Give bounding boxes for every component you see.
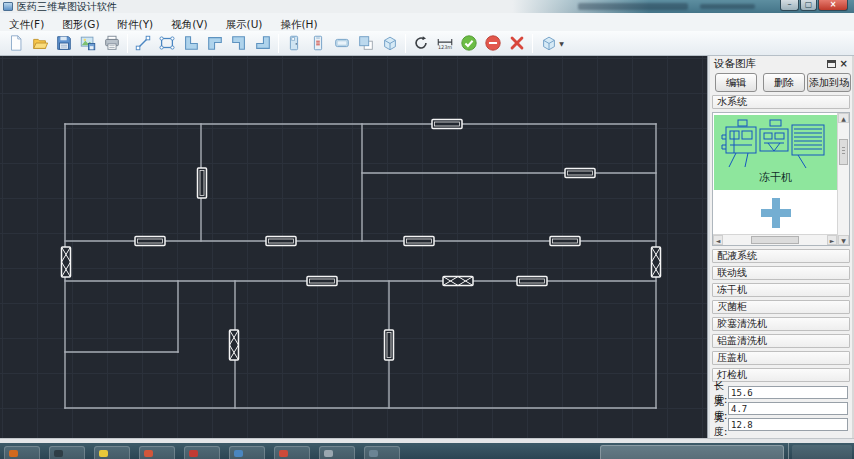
corner-tl-button[interactable] [203,32,227,54]
category-item[interactable]: 冻干机 [712,283,850,297]
door-symbol [517,277,547,286]
toolbar-separator [127,34,128,53]
taskbar-app-button[interactable] [94,446,130,459]
freeze-dryer-thumbnail-drawing [720,117,832,171]
dimension-fields: 长度:宽度:宽度: [714,386,848,434]
line-tool-button[interactable] [131,32,155,54]
category-item-active[interactable]: 水系统 [712,95,850,109]
toolbar-separator [278,34,279,53]
taskbar-app-button[interactable] [364,446,400,459]
width2-label: 宽度: [714,411,728,439]
save-button[interactable] [52,32,76,54]
chevron-down-icon[interactable]: ▼ [559,40,564,47]
export-image-button[interactable] [76,32,100,54]
equipment-thumbnail-selected[interactable]: 冻干机 [714,115,837,190]
category-item[interactable]: 灯检机 [712,368,850,382]
equipment-library-panel: 设备图库 × 编辑 删除 添加到场景 水系统 冻干机 ▲ ▼ ◄ [710,56,854,438]
scroll-up-icon[interactable]: ▲ [838,113,849,123]
door-tool-button[interactable] [282,32,306,54]
window-tool-button[interactable] [330,32,354,54]
taskbar-app-button[interactable] [139,446,175,459]
taskbar-app-button[interactable] [184,446,220,459]
taskbar-app-icon [9,450,18,457]
pass-door-symbol [230,330,239,360]
new-file-button[interactable] [4,32,28,54]
app-title: 医药三维草图设计软件 [17,0,117,13]
rotate-tool-button[interactable] [409,32,433,54]
drawing-canvas[interactable] [0,56,707,438]
float-panel-icon[interactable] [827,60,836,68]
corner-br-button[interactable] [227,32,251,54]
toolbar-separator [532,34,533,53]
pass-door-symbol [652,247,661,277]
category-item[interactable]: 灭菌柜 [712,300,850,314]
overlap-tool-button[interactable] [354,32,378,54]
taskbar-app-button[interactable] [229,446,265,459]
taskbar-divider [788,443,789,459]
vertical-scrollbar[interactable]: ▲ ▼ [837,113,849,245]
add-to-scene-button[interactable]: 添加到场景 [807,73,851,92]
equipment-thumbnail-label: 冻干机 [714,171,837,185]
view-mode-button[interactable]: ▼ [536,32,568,54]
close-button[interactable]: × [818,0,848,11]
delete-button[interactable]: 删除 [763,73,805,92]
confirm-tool-button[interactable] [457,32,481,54]
taskbar [0,443,854,459]
door-symbol [266,237,296,246]
corner-tr-button[interactable] [251,32,275,54]
taskbar-app-button[interactable] [49,446,85,459]
door-symbol [307,277,337,286]
width2-input[interactable] [728,418,848,431]
remove-tool-button[interactable] [481,32,505,54]
delete-tool-button[interactable] [505,32,529,54]
cabinet-tool-button[interactable] [306,32,330,54]
taskbar-app-icon [324,450,333,457]
svg-text:123m: 123m [438,44,452,50]
taskbar-app-button[interactable] [319,446,355,459]
background-window-title-blur [578,3,688,10]
scroll-right-icon[interactable]: ► [827,235,837,245]
measure-tool-button[interactable]: 123m [433,32,457,54]
pass-door-symbol [443,277,473,286]
category-item[interactable]: 配液系统 [712,249,850,263]
taskbar-app-icon [54,450,63,457]
category-item[interactable]: 胶塞清洗机 [712,317,850,331]
taskbar-tray[interactable] [792,445,852,459]
door-symbol [432,120,462,129]
edit-button[interactable]: 编辑 [715,73,757,92]
add-equipment-cell[interactable] [714,191,837,234]
taskbar-app-button[interactable] [274,446,310,459]
scroll-down-icon[interactable]: ▼ [838,235,849,245]
width-input[interactable] [728,402,848,415]
close-panel-icon[interactable]: × [840,57,848,70]
scrollbar-thumb[interactable] [751,236,799,244]
polygon-tool-button[interactable] [155,32,179,54]
width2-field-row: 宽度: [714,418,848,431]
scroll-left-icon[interactable]: ◄ [713,235,723,245]
corner-bl-button[interactable] [179,32,203,54]
minimize-button[interactable]: – [780,0,799,11]
plus-icon [761,198,791,228]
window-controls: – ▢ × [780,0,848,11]
taskbar-app-icon [189,450,198,457]
taskbar-app-icon [279,450,288,457]
open-folder-button[interactable] [28,32,52,54]
scrollbar-thumb[interactable] [839,139,848,165]
category-item[interactable]: 压盖机 [712,351,850,365]
print-button[interactable] [100,32,124,54]
floor-plan [0,56,707,438]
category-item[interactable]: 联动线 [712,266,850,280]
door-symbol [385,330,394,360]
background-window-title-blur [700,4,755,9]
maximize-button[interactable]: ▢ [800,0,817,11]
length-input[interactable] [728,386,848,399]
taskbar-active-window-button[interactable] [600,445,784,459]
taskbar-app-icon [369,450,378,457]
door-symbol [565,169,595,178]
cube-tool-button[interactable] [378,32,402,54]
horizontal-scrollbar[interactable]: ◄ ► [713,234,837,245]
taskbar-app-button[interactable] [4,446,40,459]
menu-bar: 文件(F)图形(G)附件(Y)视角(V)展示(U)操作(H) [0,13,854,31]
category-item[interactable]: 铝盖清洗机 [712,334,850,348]
background-window-titlebar: 医药三维草图设计软件 – ▢ × [0,0,854,13]
